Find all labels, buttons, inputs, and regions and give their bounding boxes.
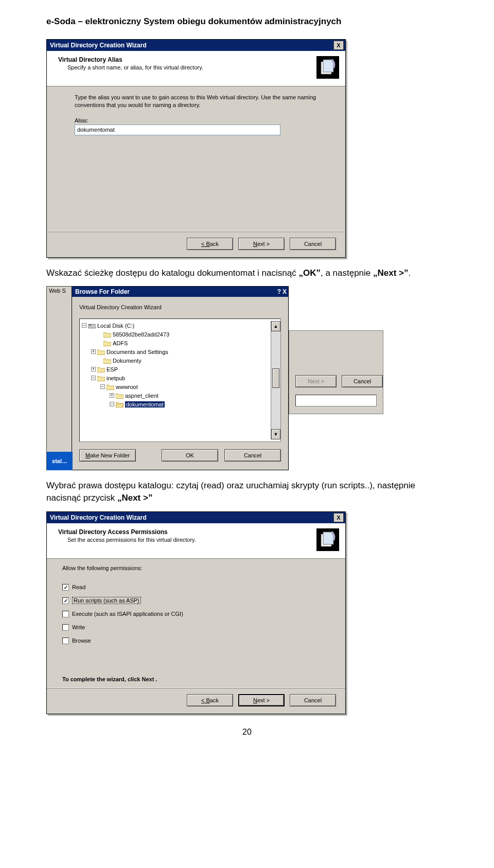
dialog-subheading: Specify a short name, or alias, for this… (67, 64, 310, 70)
scroll-thumb[interactable] (272, 368, 279, 388)
checkbox-checked-icon[interactable]: ✓ (62, 584, 69, 591)
tree-row[interactable]: −wwwroot (80, 382, 271, 391)
tree-row-selected[interactable]: −dokumentomat (80, 400, 271, 409)
folder-icon (97, 349, 105, 355)
tree-row[interactable]: −Local Disk (C:) (80, 321, 271, 330)
ok-button[interactable]: OK (162, 449, 218, 462)
folder-icon (103, 331, 111, 338)
close-icon[interactable]: X (283, 288, 287, 295)
doc-paragraph-1: Wskazać ścieżkę dostępu do katalogu doku… (46, 267, 448, 279)
tree-row[interactable]: −inetpub (80, 374, 271, 382)
dialog-footer: < Back Next > Cancel (47, 687, 345, 714)
instruction-text: Type the alias you want to use to gain a… (75, 94, 330, 109)
checkbox-icon[interactable] (62, 624, 69, 631)
wizard-icon (316, 528, 339, 551)
bg-cancel-button[interactable]: Cancel (342, 375, 383, 387)
close-icon[interactable]: X (333, 513, 344, 522)
tree-row[interactable]: +ESP (80, 365, 271, 374)
alias-input[interactable] (75, 125, 280, 135)
titlebar-text: Virtual Directory Creation Wizard (50, 42, 147, 49)
perm-browse[interactable]: Browse (62, 634, 332, 647)
perm-run-scripts[interactable]: ✓ Run scripts (such as ASP) (62, 594, 332, 607)
alias-label: Alias: (75, 117, 330, 123)
scroll-down-icon[interactable]: ▼ (271, 429, 280, 439)
dialog-body: Allow the following permissions: ✓ Read … (47, 559, 345, 687)
wizard-permissions-dialog: Virtual Directory Creation Wizard X Virt… (46, 511, 346, 714)
background-panel: Next > Cancel (289, 330, 383, 414)
scroll-up-icon[interactable]: ▲ (271, 321, 280, 331)
back-button[interactable]: < Back (187, 694, 233, 706)
cancel-button[interactable]: Cancel (224, 449, 281, 462)
side-label: Web S (49, 288, 66, 294)
back-button[interactable]: < Back (187, 238, 233, 250)
disk-icon (88, 323, 96, 329)
folder-icon (97, 366, 105, 373)
browse-titlebar[interactable]: Browse For Folder ? X (72, 287, 288, 297)
tree-row[interactable]: +aspnet_client (80, 391, 271, 400)
perm-read[interactable]: ✓ Read (62, 580, 332, 594)
dialog-body: Type the alias you want to use to gain a… (47, 86, 345, 231)
svg-rect-3 (89, 325, 92, 326)
background-strip: Web S stal… (46, 286, 72, 470)
complete-hint: To complete the wizard, click Next . (62, 676, 332, 682)
folder-open-icon (116, 401, 123, 408)
make-new-folder-button[interactable]: Make New Folder (79, 449, 136, 462)
dialog-header-band: Virtual Directory Access Permissions Set… (47, 523, 345, 559)
browse-caption: Virtual Directory Creation Wizard (79, 304, 281, 310)
bg-next-button[interactable]: Next > (295, 375, 337, 387)
browse-dialog: Browse For Folder ? X Virtual Directory … (72, 286, 289, 470)
perm-write[interactable]: Write (62, 621, 332, 634)
dialog-footer: < Back Next > Cancel (47, 231, 345, 257)
help-icon[interactable]: ? (277, 288, 281, 295)
folder-icon (103, 340, 111, 346)
next-button[interactable]: Next > (238, 694, 285, 706)
cancel-button[interactable]: Cancel (290, 238, 336, 250)
checkbox-checked-icon[interactable]: ✓ (62, 597, 69, 604)
wizard-alias-dialog: Virtual Directory Creation Wizard X Virt… (46, 39, 346, 258)
tree-row[interactable]: +Documents and Settings (80, 347, 271, 356)
page-number: 20 (46, 728, 448, 737)
browse-title-text: Browse For Folder (75, 288, 130, 295)
tree-row[interactable]: Dokumenty (80, 356, 271, 365)
folder-icon (97, 375, 105, 381)
allow-label: Allow the following permissions: (62, 565, 332, 571)
checkbox-icon[interactable] (62, 637, 69, 644)
dialog-heading: Virtual Directory Alias (58, 56, 310, 63)
doc-paragraph-2: Wybrać prawa dostępu katalogu: czytaj (r… (46, 480, 448, 504)
wizard-icon (316, 56, 339, 79)
next-button[interactable]: Next > (238, 238, 285, 250)
dialog-header-band: Virtual Directory Alias Specify a short … (47, 51, 345, 86)
dialog-heading: Virtual Directory Access Permissions (58, 528, 310, 536)
tree-row[interactable]: 58508d2be82add2473 (80, 330, 271, 339)
next-label: N (253, 241, 257, 247)
cancel-button[interactable]: Cancel (290, 694, 336, 706)
close-icon[interactable]: X (333, 41, 344, 50)
tree-row[interactable]: ADFS (80, 339, 271, 347)
folder-icon (103, 358, 111, 364)
dialog-subheading: Set the access permissions for this virt… (67, 537, 310, 543)
tree-scrollbar[interactable]: ▲ ▼ (271, 321, 280, 439)
titlebar[interactable]: Virtual Directory Creation Wizard X (47, 512, 345, 523)
folder-icon (116, 393, 123, 399)
checkbox-icon[interactable] (62, 611, 69, 617)
titlebar-text: Virtual Directory Creation Wizard (50, 514, 147, 521)
folder-icon (107, 384, 114, 390)
titlebar[interactable]: Virtual Directory Creation Wizard X (47, 40, 345, 51)
back-label: < B (201, 241, 210, 247)
browse-cluster: Web S stal… Browse For Folder ? X Virtua… (46, 286, 448, 470)
perm-execute[interactable]: Execute (such as ISAPI applications or C… (62, 607, 332, 621)
bg-input-stub (295, 395, 377, 406)
folder-tree[interactable]: −Local Disk (C:) 58508d2be82add2473 ADFS… (79, 318, 281, 442)
taskbar-fragment: stal… (47, 452, 73, 470)
doc-header: e-Soda – elektroniczny System obiegu dok… (46, 16, 448, 27)
